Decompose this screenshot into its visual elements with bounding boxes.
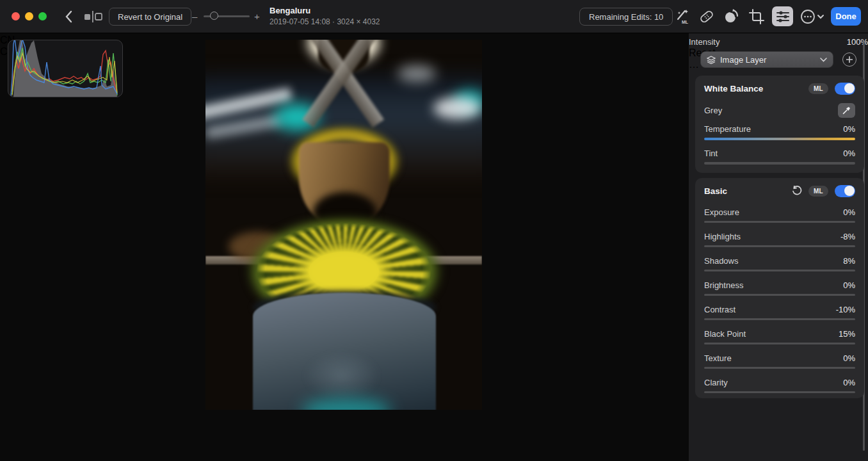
exposure-track[interactable] xyxy=(704,221,855,223)
slider-label: Shadows xyxy=(704,256,843,266)
more-options-button[interactable] xyxy=(799,7,826,26)
photo-canvas[interactable] xyxy=(205,40,482,410)
temperature-slider-row: Temperature 0% xyxy=(704,120,855,145)
slider-value: 0% xyxy=(843,124,855,134)
reset-section-icon[interactable] xyxy=(792,186,802,196)
slider-label: Highlights xyxy=(704,232,840,241)
layer-select-label: Image Layer xyxy=(720,55,820,65)
photo-metadata: 2019-07-05 14:08 · 3024 × 4032 xyxy=(269,17,380,26)
tint-slider-row: Tint 0% xyxy=(704,145,855,169)
slider-label: Tint xyxy=(704,149,843,158)
slider-value: 15% xyxy=(839,329,855,339)
temperature-track[interactable] xyxy=(704,138,855,140)
zoom-slider[interactable] xyxy=(204,15,250,17)
black-point-track[interactable] xyxy=(704,343,855,344)
white-balance-card: White Balance ML Grey Temperature 0% xyxy=(695,76,864,173)
slider-value: 0% xyxy=(843,280,855,290)
highlights-track[interactable] xyxy=(704,245,855,247)
slider-label: Contrast xyxy=(704,305,836,314)
clarity-slider-row: Clarity 0% xyxy=(704,374,855,398)
slider-label: Exposure xyxy=(704,207,843,217)
slider-value: 0% xyxy=(843,149,855,158)
intensity-label: Intensity xyxy=(689,37,847,47)
white-balance-toggle[interactable] xyxy=(835,83,855,95)
layer-selector-row: Image Layer xyxy=(696,51,860,68)
intensity-slider-row: Intensity 100% xyxy=(689,33,868,47)
document-title-block: Bengaluru 2019-07-05 14:08 · 3024 × 4032 xyxy=(269,6,380,26)
zoom-out-button[interactable]: – xyxy=(192,11,197,22)
ml-enhance-icon[interactable]: ML xyxy=(672,7,691,26)
adjustments-panel: Image Layer White Balance ML Grey xyxy=(689,33,868,461)
slider-label: Clarity xyxy=(704,378,843,387)
clarity-track[interactable] xyxy=(704,391,855,393)
slider-label: Temperature xyxy=(704,124,843,134)
contrast-track[interactable] xyxy=(704,318,855,320)
slider-value: -10% xyxy=(836,305,855,314)
back-button[interactable] xyxy=(60,8,77,26)
ml-badge[interactable]: ML xyxy=(808,186,828,197)
add-layer-button[interactable] xyxy=(842,53,856,67)
contrast-slider-row: Contrast -10% xyxy=(704,301,855,325)
photo-bokeh xyxy=(433,97,481,119)
slider-label: Texture xyxy=(704,353,843,363)
zoom-in-button[interactable]: + xyxy=(254,11,260,22)
ml-badge[interactable]: ML xyxy=(808,83,828,94)
highlights-slider-row: Highlights -8% xyxy=(704,228,855,252)
grey-label: Grey xyxy=(704,106,838,115)
revert-to-original-button[interactable]: Revert to Original xyxy=(109,8,191,26)
close-window-button[interactable] xyxy=(12,12,20,20)
tint-track[interactable] xyxy=(704,162,855,165)
shadows-track[interactable] xyxy=(704,270,855,271)
layers-icon xyxy=(707,56,716,64)
color-adjust-icon[interactable] xyxy=(721,7,741,26)
zoom-window-button[interactable] xyxy=(38,12,47,20)
page-title: Bengaluru xyxy=(269,6,380,15)
layer-select-dropdown[interactable]: Image Layer xyxy=(700,51,833,68)
photo-editor-window: Revert to Original – + Bengaluru 2019-07… xyxy=(0,0,868,461)
black-point-slider-row: Black Point 15% xyxy=(704,325,855,350)
texture-track[interactable] xyxy=(704,367,855,369)
shadows-slider-row: Shadows 8% xyxy=(704,252,855,277)
slider-value: -8% xyxy=(840,232,855,241)
brightness-track[interactable] xyxy=(704,294,855,296)
basic-card: Basic ML Exposure 0% xyxy=(695,178,864,398)
white-balance-title: White Balance xyxy=(704,84,808,93)
grey-picker-row: Grey xyxy=(704,100,855,120)
compare-before-after-icon[interactable] xyxy=(82,9,104,24)
minimize-window-button[interactable] xyxy=(25,12,33,20)
repair-bandage-icon[interactable] xyxy=(697,7,716,26)
done-button[interactable]: Done xyxy=(831,7,861,26)
slider-label: Brightness xyxy=(704,280,843,290)
remaining-edits-badge: Remaining Edits: 10 xyxy=(579,8,673,26)
chevron-down-icon xyxy=(820,58,827,62)
eyedropper-button[interactable] xyxy=(838,103,855,118)
slider-label: Black Point xyxy=(704,329,839,339)
slider-value: 0% xyxy=(843,207,855,217)
basic-title: Basic xyxy=(704,186,792,196)
exposure-slider-row: Exposure 0% xyxy=(704,204,855,228)
rgb-histogram xyxy=(8,40,122,97)
svg-text:ML: ML xyxy=(682,20,689,24)
zoom-slider-knob[interactable] xyxy=(210,12,218,20)
photo-bokeh xyxy=(398,65,436,82)
crop-icon[interactable] xyxy=(747,7,766,26)
slider-value: 0% xyxy=(843,353,855,363)
histogram-panel xyxy=(8,40,123,97)
brightness-slider-row: Brightness 0% xyxy=(704,277,855,301)
basic-toggle[interactable] xyxy=(835,185,855,197)
toolbar: Revert to Original – + Bengaluru 2019-07… xyxy=(0,0,868,33)
slider-value: 0% xyxy=(843,378,855,387)
slider-value: 8% xyxy=(843,256,855,266)
texture-slider-row: Texture 0% xyxy=(704,350,855,374)
adjustments-panel-button-active[interactable] xyxy=(772,6,793,26)
intensity-value: 100% xyxy=(847,37,868,47)
